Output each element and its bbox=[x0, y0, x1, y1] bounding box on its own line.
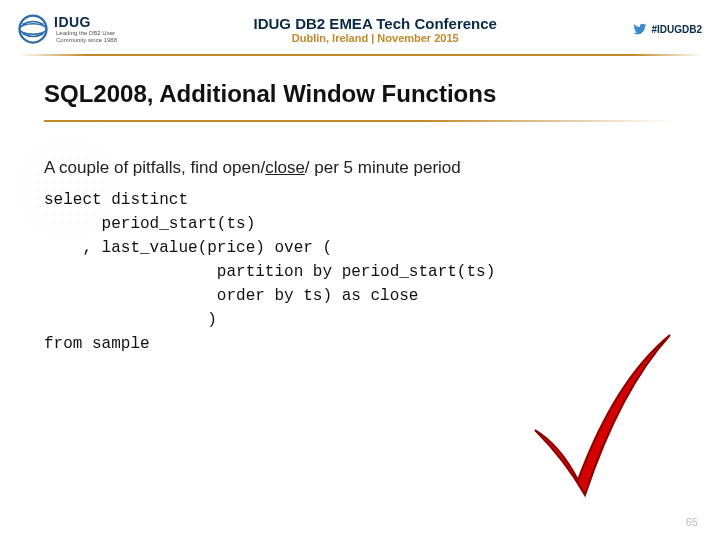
twitter-icon bbox=[633, 22, 647, 36]
checkmark-icon bbox=[520, 320, 680, 500]
hashtag-block: #IDUGDB2 bbox=[633, 22, 702, 36]
header: IDUG Leading the DB2 User Community sinc… bbox=[0, 0, 720, 54]
code-line-6: ) bbox=[44, 311, 217, 329]
svg-point-3 bbox=[20, 16, 47, 43]
logo-text: IDUG bbox=[54, 14, 117, 30]
intro-text: A couple of pitfalls, find open/close/ p… bbox=[44, 158, 676, 178]
header-center: IDUG DB2 EMEA Tech Conference Dublin, Ir… bbox=[117, 15, 633, 44]
logo-block: IDUG Leading the DB2 User Community sinc… bbox=[18, 14, 117, 44]
slide-title: SQL2008, Additional Window Functions bbox=[44, 80, 676, 108]
intro-underlined: close bbox=[265, 158, 305, 177]
code-line-7: from sample bbox=[44, 335, 150, 353]
conference-title: IDUG DB2 EMEA Tech Conference bbox=[117, 15, 633, 32]
logo-subtext-2: Community since 1988 bbox=[56, 37, 117, 44]
logo-subtext-1: Leading the DB2 User bbox=[56, 30, 117, 37]
code-line-3: , last_value(price) over ( bbox=[44, 239, 332, 257]
code-line-1: select distinct bbox=[44, 191, 188, 209]
title-underline bbox=[44, 120, 676, 122]
conference-subtitle: Dublin, Ireland | November 2015 bbox=[117, 32, 633, 44]
code-line-5: order by ts) as close bbox=[44, 287, 418, 305]
intro-suffix: / per 5 minute period bbox=[305, 158, 461, 177]
svg-point-4 bbox=[20, 24, 47, 35]
code-line-4: partition by period_start(ts) bbox=[44, 263, 495, 281]
intro-prefix: A couple of pitfalls, find open/ bbox=[44, 158, 265, 177]
idug-logo-icon bbox=[18, 14, 48, 44]
code-line-2: period_start(ts) bbox=[44, 215, 255, 233]
slide-content: SQL2008, Additional Window Functions A c… bbox=[0, 56, 720, 356]
hashtag-text: #IDUGDB2 bbox=[651, 24, 702, 35]
page-number: 65 bbox=[686, 516, 698, 528]
